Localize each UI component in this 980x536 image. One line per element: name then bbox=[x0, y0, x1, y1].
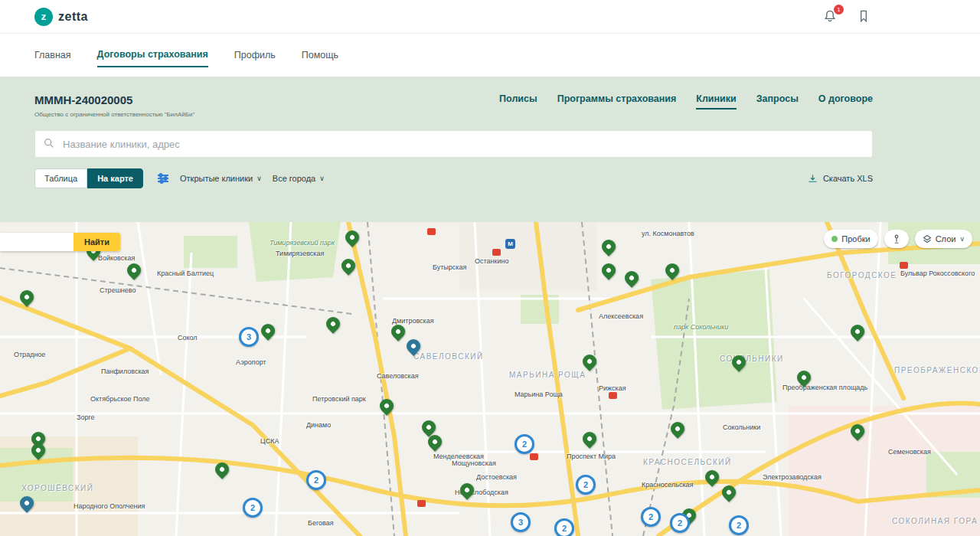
map-label: Менделеевская bbox=[433, 453, 484, 460]
download-icon bbox=[807, 173, 818, 185]
map-label: Петровский парк bbox=[312, 395, 366, 403]
logo-text: zetta bbox=[58, 10, 88, 24]
clinic-pin[interactable] bbox=[848, 421, 867, 440]
clinic-cluster[interactable]: 2 bbox=[243, 498, 263, 518]
contract-tabs: Полисы Программы страхования Клиники Зап… bbox=[499, 93, 873, 109]
clinics-map[interactable]: ВойковскаяСтрешневоКрасный БалтиецСоколА… bbox=[0, 222, 980, 536]
bookmark-button[interactable] bbox=[856, 8, 873, 25]
clinic-pin[interactable] bbox=[377, 396, 396, 415]
clinic-pin[interactable] bbox=[457, 480, 476, 499]
map-label: Останкино bbox=[475, 257, 508, 265]
clinic-pin[interactable] bbox=[622, 268, 641, 287]
map-label: СОКОЛИНАЯ ГОРА bbox=[892, 517, 978, 525]
view-toggle: Таблица На карте bbox=[34, 168, 143, 188]
clinic-cluster[interactable]: 3 bbox=[239, 327, 259, 347]
map-label: ул. Космонавтов bbox=[642, 230, 694, 237]
nav-dogovory[interactable]: Договоры страхования bbox=[97, 43, 208, 67]
map-find-button[interactable]: Найти bbox=[74, 233, 120, 251]
clinic-cluster[interactable]: 2 bbox=[554, 518, 574, 536]
map-label: Отрадное bbox=[14, 351, 45, 358]
clinic-pin[interactable] bbox=[124, 260, 143, 279]
map-label: Бутырская bbox=[433, 263, 466, 271]
chevron-down-icon: ∨ bbox=[319, 175, 325, 182]
rail-station-icon bbox=[427, 228, 436, 235]
clinic-pin[interactable] bbox=[580, 351, 599, 371]
map-label: Тимирязевская bbox=[276, 250, 324, 257]
clinic-pin[interactable] bbox=[662, 260, 681, 279]
logo-icon: z bbox=[34, 8, 53, 26]
tab-kliniki[interactable]: Клиники bbox=[696, 93, 736, 109]
clinic-pin[interactable] bbox=[848, 322, 867, 341]
clinic-pin[interactable] bbox=[719, 482, 738, 502]
clinic-pin[interactable] bbox=[599, 237, 618, 256]
clinic-cluster[interactable]: 2 bbox=[729, 515, 749, 535]
city-dropdown[interactable]: Все города∨ bbox=[273, 174, 325, 183]
open-clinics-dropdown[interactable]: Открытые клиники∨ bbox=[180, 174, 262, 183]
nav-pomosch[interactable]: Помощь bbox=[302, 44, 338, 67]
clinic-pin[interactable] bbox=[388, 322, 407, 341]
clinic-pin[interactable] bbox=[794, 368, 813, 387]
clinic-pin[interactable] bbox=[338, 256, 358, 275]
toggle-map-button[interactable]: На карте bbox=[87, 168, 143, 188]
traffic-toggle[interactable]: Пробки bbox=[824, 230, 877, 248]
clinic-cluster[interactable]: 2 bbox=[514, 434, 534, 454]
panorama-button[interactable] bbox=[884, 230, 909, 248]
clinic-pin[interactable] bbox=[17, 493, 36, 512]
map-label: Войковская bbox=[98, 254, 135, 262]
clinic-cluster[interactable]: 2 bbox=[641, 507, 661, 527]
map-label: Тимирязевский парк bbox=[270, 239, 335, 247]
map-label: Народного Ополчения bbox=[74, 502, 145, 510]
layers-dropdown[interactable]: Слои ∨ bbox=[915, 230, 972, 248]
map-label: САВЕЛОВСКИЙ bbox=[413, 352, 484, 361]
clinic-pin[interactable] bbox=[580, 429, 599, 448]
clinic-pin[interactable] bbox=[729, 352, 748, 371]
map-label: Проспект Мира bbox=[567, 453, 616, 460]
contract-panel: МММН-240020005 Общество с ограниченной о… bbox=[0, 77, 980, 222]
rail-station-icon bbox=[417, 500, 426, 507]
rail-station-icon bbox=[530, 453, 538, 460]
map-label: Стрешнево bbox=[100, 286, 136, 294]
map-markers: ВойковскаяСтрешневоКрасный БалтиецСоколА… bbox=[0, 222, 980, 536]
notifications-button[interactable]: 1 bbox=[822, 8, 839, 25]
layers-icon bbox=[923, 234, 932, 243]
map-label: Октябрьское Поле bbox=[90, 395, 149, 403]
map-label: СОКОЛЬНИКИ bbox=[720, 355, 784, 363]
zetta-logo[interactable]: z zetta bbox=[34, 8, 88, 26]
map-label: Красносельская bbox=[642, 481, 693, 489]
clinic-pin[interactable] bbox=[403, 336, 423, 355]
map-search-input[interactable] bbox=[0, 233, 74, 251]
chevron-down-icon: ∨ bbox=[959, 235, 965, 243]
map-label: Бульвар Рокоссовского bbox=[900, 270, 975, 277]
nav-glavnaya[interactable]: Главная bbox=[34, 44, 71, 67]
clinic-pin[interactable] bbox=[668, 419, 687, 438]
tab-polisy[interactable]: Полисы bbox=[499, 93, 537, 109]
tab-o-dogovore[interactable]: О договоре bbox=[818, 93, 873, 109]
clinic-pin[interactable] bbox=[323, 314, 342, 333]
filter-button[interactable] bbox=[157, 172, 169, 185]
clinic-pin[interactable] bbox=[599, 260, 618, 279]
map-label: Достоевская bbox=[476, 473, 517, 481]
tab-programmy[interactable]: Программы страхования bbox=[557, 93, 677, 109]
clinic-cluster[interactable]: 2 bbox=[306, 470, 326, 490]
download-xls-button[interactable]: Скачать XLS bbox=[807, 173, 873, 185]
clinic-cluster[interactable]: 2 bbox=[670, 513, 690, 533]
contract-subtitle: Общество с ограниченной ответственностью… bbox=[34, 111, 194, 118]
clinic-cluster[interactable]: 3 bbox=[511, 512, 531, 532]
clinic-search-input[interactable] bbox=[34, 130, 873, 158]
clinic-pin[interactable] bbox=[212, 459, 231, 479]
panorama-person-icon bbox=[892, 234, 901, 243]
clinic-pin[interactable] bbox=[17, 287, 36, 306]
map-label: Преображенская площадь bbox=[782, 384, 867, 391]
main-nav: Главная Договоры страхования Профиль Пом… bbox=[0, 34, 980, 77]
toggle-table-button[interactable]: Таблица bbox=[34, 168, 87, 188]
map-label: Савеловская bbox=[377, 372, 419, 380]
clinic-cluster[interactable]: 2 bbox=[576, 475, 596, 495]
map-label: Марьина Роща bbox=[514, 391, 563, 398]
nav-profil[interactable]: Профиль bbox=[234, 44, 276, 67]
clinic-pin[interactable] bbox=[28, 440, 47, 459]
map-label: Рижская bbox=[599, 384, 626, 392]
clinic-pin[interactable] bbox=[258, 321, 277, 340]
clinic-pin[interactable] bbox=[702, 467, 721, 486]
tab-zaprosy[interactable]: Запросы bbox=[756, 93, 799, 109]
clinic-pin[interactable] bbox=[342, 227, 361, 247]
